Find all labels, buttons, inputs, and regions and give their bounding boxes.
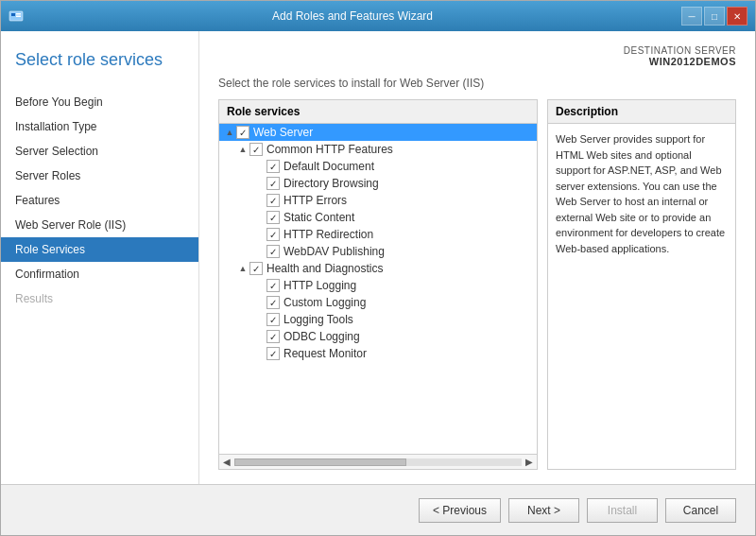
tree-item-request-monitor[interactable]: ✓ Request Monitor [219,345,537,362]
window-controls: ─ □ ✕ [681,7,747,26]
role-services-header: Role services [219,100,537,124]
svg-rect-1 [11,13,15,16]
checkbox-http-logging[interactable]: ✓ [266,279,280,292]
sidebar: Select role services Before You Begin In… [1,31,199,484]
previous-button[interactable]: < Previous [419,498,501,523]
expand-icon-common-http[interactable]: ▲ [236,143,249,156]
nav-confirmation[interactable]: Confirmation [1,262,198,286]
label-custom-logging: Custom Logging [284,296,366,309]
expand-icon-http-logging [253,279,266,292]
expand-icon[interactable]: ▲ [223,126,236,139]
expand-icon-http-redirection [253,228,266,241]
tree-item-directory-browsing[interactable]: ✓ Directory Browsing [219,175,537,192]
two-col-layout: Role services ▲ ✓ Web Server ▲ ✓ Commo [218,99,736,470]
page-title: Select role services [1,50,198,90]
svg-rect-3 [16,16,21,18]
expand-icon-health-diagnostics[interactable]: ▲ [236,262,249,275]
server-name: WIN2012DEMOS [218,56,736,67]
restore-button[interactable]: □ [704,7,725,26]
nav-role-services[interactable]: Role Services [1,237,198,262]
scroll-right-btn[interactable]: ▶ [525,457,533,467]
tree-item-http-redirection[interactable]: ✓ HTTP Redirection [219,226,537,243]
nav-server-selection[interactable]: Server Selection [1,139,198,164]
checkbox-odbc-logging[interactable]: ✓ [266,330,280,343]
label-default-doc: Default Document [284,160,374,173]
checkbox-http-redirection[interactable]: ✓ [266,228,280,241]
titlebar: Add Roles and Features Wizard ─ □ ✕ [1,1,755,31]
tree-item-webdav[interactable]: ✓ WebDAV Publishing [219,243,537,260]
label-health-diagnostics: Health and Diagnostics [266,262,383,275]
checkbox-directory-browsing[interactable]: ✓ [266,177,280,190]
nav-features[interactable]: Features [1,188,198,213]
expand-icon-http-errors [253,194,266,207]
tree-item-web-server[interactable]: ▲ ✓ Web Server [219,124,537,141]
nav-installation-type[interactable]: Installation Type [1,114,198,139]
scroll-left-btn[interactable]: ◀ [223,457,231,467]
destination-server-label: DESTINATION SERVER [218,45,736,56]
expand-icon-odbc-logging [253,330,266,343]
checkbox-custom-logging[interactable]: ✓ [266,296,280,309]
label-http-redirection: HTTP Redirection [284,228,373,241]
install-button[interactable]: Install [587,498,658,523]
nav-server-roles[interactable]: Server Roles [1,164,198,188]
checkbox-default-doc[interactable]: ✓ [266,160,280,173]
tree-item-http-errors[interactable]: ✓ HTTP Errors [219,192,537,209]
tree-item-static-content[interactable]: ✓ Static Content [219,209,537,226]
checkbox-web-server[interactable]: ✓ [236,126,249,139]
expand-icon-directory-browsing [253,177,266,190]
checkbox-http-errors[interactable]: ✓ [266,194,280,207]
tree-item-common-http[interactable]: ▲ ✓ Common HTTP Features [219,141,537,158]
checkbox-static-content[interactable]: ✓ [266,211,280,224]
expand-icon-webdav [253,245,266,258]
tree-item-logging-tools[interactable]: ✓ Logging Tools [219,311,537,328]
checkbox-logging-tools[interactable]: ✓ [266,313,280,326]
checkbox-common-http[interactable]: ✓ [249,143,263,156]
next-button[interactable]: Next > [508,498,579,523]
window-title: Add Roles and Features Wizard [24,9,681,23]
checkbox-health-diagnostics[interactable]: ✓ [249,262,263,275]
tree-item-health-diagnostics[interactable]: ▲ ✓ Health and Diagnostics [219,260,537,277]
horizontal-scrollbar[interactable]: ◀ ▶ [219,454,537,469]
expand-icon-custom-logging [253,296,266,309]
tree-item-odbc-logging[interactable]: ✓ ODBC Logging [219,328,537,345]
role-services-panel: Role services ▲ ✓ Web Server ▲ ✓ Commo [218,99,538,470]
expand-icon-request-monitor [253,347,266,360]
content-area: Select role services Before You Begin In… [1,31,755,484]
close-button[interactable]: ✕ [727,7,747,26]
expand-icon-static-content [253,211,266,224]
label-common-http: Common HTTP Features [266,143,393,156]
label-logging-tools: Logging Tools [284,313,353,326]
hscroll-thumb[interactable] [234,458,406,466]
nav-web-server-role[interactable]: Web Server Role (IIS) [1,213,198,237]
main-description: Select the role services to install for … [218,77,736,90]
label-odbc-logging: ODBC Logging [284,330,360,343]
expand-icon-logging-tools [253,313,266,326]
role-services-tree[interactable]: ▲ ✓ Web Server ▲ ✓ Common HTTP Features [219,124,537,454]
checkbox-request-monitor[interactable]: ✓ [266,347,280,360]
nav-before-you-begin[interactable]: Before You Begin [1,90,198,114]
label-http-logging: HTTP Logging [284,279,356,292]
label-webdav: WebDAV Publishing [284,245,385,258]
label-static-content: Static Content [284,211,354,224]
footer: < Previous Next > Install Cancel [1,484,755,535]
main-window: Add Roles and Features Wizard ─ □ ✕ Sele… [0,0,756,536]
expand-icon-default-doc [253,160,266,173]
tree-item-http-logging[interactable]: ✓ HTTP Logging [219,277,537,294]
label-request-monitor: Request Monitor [284,347,367,360]
tree-item-custom-logging[interactable]: ✓ Custom Logging [219,294,537,311]
checkbox-webdav[interactable]: ✓ [266,245,280,258]
tree-item-default-doc[interactable]: ✓ Default Document [219,158,537,175]
label-directory-browsing: Directory Browsing [284,177,379,190]
description-panel: Description Web Server provides support … [547,99,736,470]
description-panel-header: Description [548,100,735,124]
minimize-button[interactable]: ─ [681,7,702,26]
description-text: Web Server provides support for HTML Web… [548,124,735,264]
label-http-errors: HTTP Errors [284,194,347,207]
nav-results: Results [1,286,198,311]
cancel-button[interactable]: Cancel [665,498,736,523]
label-web-server: Web Server [253,126,313,139]
hscroll-track[interactable] [234,458,522,466]
window-icon [9,9,24,24]
server-info: DESTINATION SERVER WIN2012DEMOS [218,45,736,67]
svg-rect-2 [16,13,21,15]
